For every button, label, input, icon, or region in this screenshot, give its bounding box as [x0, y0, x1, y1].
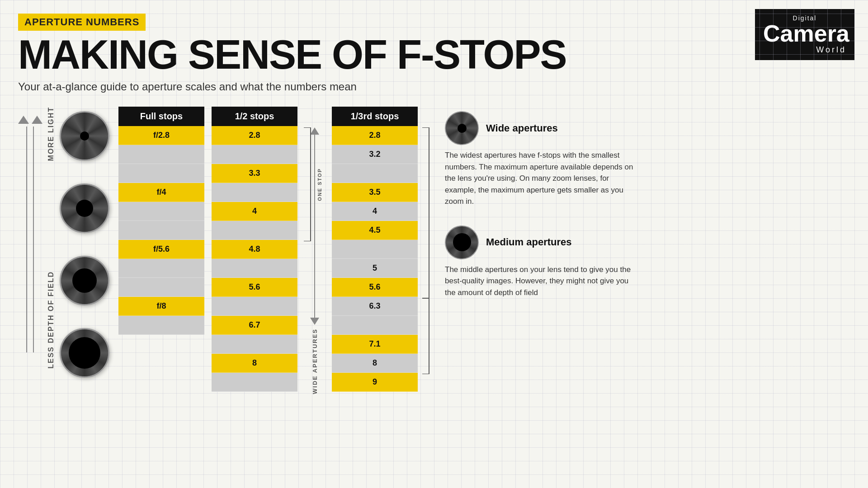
table-row [118, 145, 204, 164]
table-row: 2.8 [212, 126, 297, 145]
table-row: f/8 [118, 297, 204, 316]
table-row: 8 [332, 354, 418, 373]
table-row [332, 316, 418, 335]
main-content: Aperture Numbers MAKING SENSE OF F-STOPS… [0, 0, 868, 408]
third-bracket-top [420, 127, 431, 298]
aperture-circle-2 [60, 183, 109, 233]
table-row: 2.8 [332, 126, 418, 145]
table-row: 9 [332, 373, 418, 392]
half-stops-header: 1/2 stops [212, 107, 297, 126]
arrows-column [18, 116, 42, 352]
right-info-panel: Wide apertures The widest apertures have… [445, 107, 635, 316]
table-row: 4 [212, 202, 297, 221]
table-row [212, 373, 297, 392]
table-row: 3.3 [212, 164, 297, 183]
table-row: f/4 [118, 183, 204, 202]
table-row: 7.1 [332, 335, 418, 354]
table-row [212, 297, 297, 316]
more-light-label: MORE LIGHT [47, 107, 55, 161]
table-row: 6.7 [212, 316, 297, 335]
table-row [212, 259, 297, 278]
table-row: 5.6 [332, 278, 418, 297]
arrow-up-1 [18, 116, 29, 124]
bracket-svg [302, 127, 315, 241]
table-row [212, 183, 297, 202]
aperture-circle-3 [60, 256, 109, 305]
left-arrow-line [24, 127, 37, 352]
medium-apertures-info: Medium apertures The middle apertures on… [445, 225, 635, 299]
table-row [332, 240, 418, 259]
table-row: f/5.6 [118, 240, 204, 259]
table-row: 4 [332, 202, 418, 221]
one-stop-label: ONE STOP [317, 168, 322, 201]
table-row: 3.5 [332, 183, 418, 202]
aperture-hole-3 [72, 268, 97, 293]
third-bracket-bottom-svg [420, 298, 431, 374]
third-bracket-svg [420, 127, 431, 298]
table-row [118, 164, 204, 183]
aperture-hole-4 [69, 337, 100, 369]
half-stops-table: 1/2 stops 2.8 3.3 4 4.8 5.6 6.7 8 [212, 107, 297, 392]
table-row: 4.5 [332, 221, 418, 240]
table-row [118, 221, 204, 240]
tables-wrapper: Full stops f/2.8 f/4 f/5.6 f/8 1/2 stops… [118, 107, 418, 394]
table-row: 8 [212, 354, 297, 373]
third-bracket-bottom [420, 298, 431, 374]
table-row [118, 278, 204, 297]
third-stops-header: 1/3rd stops [332, 107, 418, 126]
aperture-badge: Aperture Numbers [18, 14, 146, 31]
medium-aperture-hole [453, 233, 471, 251]
wide-apertures-label: WIDE APERTURES [311, 328, 318, 394]
medium-aperture-icon [445, 225, 479, 259]
wide-apertures-info: Wide apertures The widest apertures have… [445, 111, 635, 207]
page-title: MAKING SENSE OF F-STOPS [18, 34, 850, 75]
table-row: 5.6 [212, 278, 297, 297]
table-row: f/2.8 [118, 126, 204, 145]
table-row: 5 [332, 259, 418, 278]
table-row: 3.2 [332, 145, 418, 164]
table-row [212, 145, 297, 164]
arrow-up-2 [32, 116, 42, 124]
left-side: MORE LIGHT LESS DEPTH OF FIELD [18, 107, 109, 378]
aperture-circles [60, 111, 109, 378]
up-arrows [18, 116, 42, 124]
medium-apertures-header: Medium apertures [445, 225, 635, 259]
half-stops-wrapper: 1/2 stops 2.8 3.3 4 4.8 5.6 6.7 8 [212, 107, 297, 392]
page-subtitle: Your at-a-glance guide to aperture scale… [18, 80, 850, 93]
table-row [212, 335, 297, 354]
table-row: 4.8 [212, 240, 297, 259]
aperture-circle-1 [60, 111, 109, 161]
aperture-circle-4 [60, 328, 109, 378]
table-row [212, 221, 297, 240]
wide-apertures-title: Wide apertures [486, 122, 558, 134]
wide-apertures-text: The widest apertures have f-stops with t… [445, 150, 635, 207]
full-stops-header: Full stops [118, 107, 204, 126]
table-row [332, 164, 418, 183]
wide-arrow-down [310, 318, 319, 325]
one-stop-bracket: ONE STOP [302, 127, 322, 241]
table-row: 6.3 [332, 297, 418, 316]
full-stops-table: Full stops f/2.8 f/4 f/5.6 f/8 [118, 107, 204, 335]
table-row [118, 259, 204, 278]
medium-apertures-text: The middle apertures on your lens tend t… [445, 264, 635, 299]
wide-aperture-hole [458, 124, 467, 133]
wide-aperture-icon [445, 111, 479, 145]
main-area: MORE LIGHT LESS DEPTH OF FIELD [18, 107, 850, 394]
wide-apertures-header: Wide apertures [445, 111, 635, 145]
table-row [118, 316, 204, 335]
third-stops-wrapper: 1/3rd stops 2.8 3.2 3.5 4 4.5 5 5.6 6.3 … [332, 107, 418, 392]
aperture-hole-2 [76, 200, 93, 217]
medium-apertures-title: Medium apertures [486, 236, 572, 248]
less-depth-label: LESS DEPTH OF FIELD [47, 271, 55, 369]
aperture-hole-1 [80, 131, 89, 141]
third-stops-table: 1/3rd stops 2.8 3.2 3.5 4 4.5 5 5.6 6.3 … [332, 107, 418, 392]
table-row [118, 202, 204, 221]
